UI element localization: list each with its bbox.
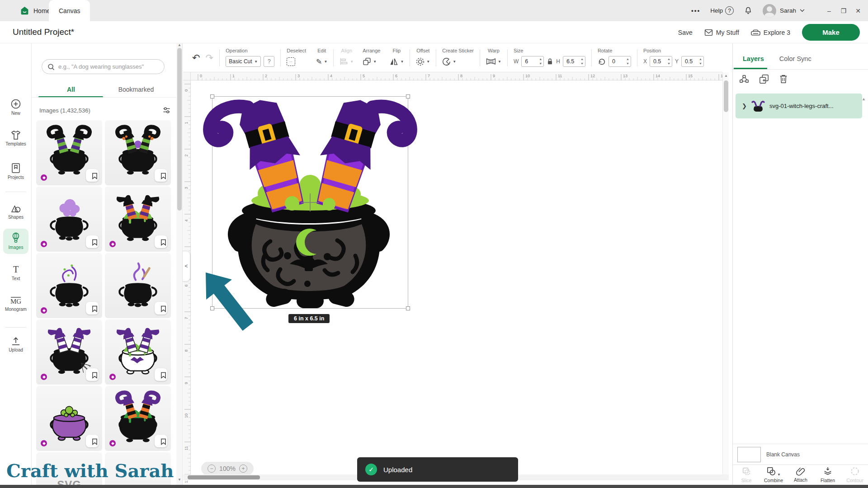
image-tile-steam-spoon-cauldron[interactable]: [105, 253, 171, 318]
make-button[interactable]: Make: [802, 24, 860, 41]
sidebar-item-text[interactable]: T Text: [0, 265, 32, 281]
width-input[interactable]: 6▲▼: [521, 56, 544, 67]
rotate-value: 0: [612, 58, 615, 65]
notifications-bell-icon[interactable]: [744, 6, 753, 15]
image-tile-witch-legs-green-slime-cauldron[interactable]: [105, 386, 171, 451]
sidebar-item-projects[interactable]: Projects: [0, 163, 32, 180]
canvas-color-swatch[interactable]: [737, 447, 761, 462]
image-tile-partial-svg-tile[interactable]: SVG: [36, 452, 102, 488]
image-tile-witch-legs-web-cauldron[interactable]: [36, 319, 102, 385]
search-input[interactable]: [58, 63, 158, 70]
bookmark-icon[interactable]: [86, 302, 99, 314]
zoom-out-button[interactable]: −: [208, 465, 216, 473]
more-menu-icon[interactable]: •••: [691, 7, 700, 14]
warp-label: Warp: [488, 48, 500, 53]
save-button[interactable]: Save: [678, 29, 693, 36]
align-label: Align: [341, 48, 352, 53]
slice-button[interactable]: Slice: [733, 465, 760, 485]
bookmark-icon[interactable]: [86, 368, 99, 381]
attach-button[interactable]: Attach: [787, 465, 814, 485]
offset-button[interactable]: ▼: [416, 56, 430, 67]
close-button[interactable]: ✕: [852, 7, 864, 14]
scroll-up-icon[interactable]: ▲: [177, 43, 182, 47]
canvas-vertical-scrollbar[interactable]: ▲: [722, 72, 729, 474]
images-panel-scrollbar[interactable]: ▲ ▼: [176, 43, 183, 488]
combine-button[interactable]: ▼ Combine: [760, 465, 787, 485]
image-tile-purple-potion-cauldron[interactable]: [36, 187, 102, 252]
size-group: Size W 6▲▼ H 6.5▲▼: [514, 48, 585, 67]
rotate-icon[interactable]: [598, 57, 606, 66]
blank-canvas-row[interactable]: Blank Canvas: [733, 444, 868, 465]
witch-legs-cauldron-artwork[interactable]: [212, 97, 408, 308]
flip-button[interactable]: ▼: [389, 56, 404, 67]
expand-layer-chevron-icon[interactable]: ❯: [742, 103, 747, 109]
help-menu[interactable]: Help?: [710, 6, 734, 15]
image-search[interactable]: [42, 59, 165, 74]
duplicate-icon[interactable]: [759, 74, 769, 84]
explore-machine-button[interactable]: Explore 3: [751, 29, 790, 36]
rotate-group: Rotate 0▲▼: [598, 48, 631, 67]
image-tile-witch-legs-bat-cauldron[interactable]: [105, 319, 171, 385]
sidebar-item-upload[interactable]: Upload: [0, 336, 32, 352]
operation-help-button[interactable]: ?: [264, 56, 274, 67]
x-position-input[interactable]: 0.5▲▼: [650, 56, 672, 67]
tab-layers[interactable]: Layers: [743, 52, 764, 66]
contour-button[interactable]: Contour: [841, 465, 868, 485]
scroll-up-icon[interactable]: ▲: [862, 97, 866, 101]
undo-button[interactable]: ↶: [192, 52, 200, 63]
bookmark-icon[interactable]: [86, 235, 99, 248]
layer-name: svg-01-witch-legs-craft...: [769, 103, 834, 109]
y-position-input[interactable]: 0.5▲▼: [681, 56, 704, 67]
rotate-label: Rotate: [598, 48, 612, 53]
delete-trash-icon[interactable]: [779, 74, 788, 84]
bookmark-icon[interactable]: [86, 435, 99, 447]
bookmark-icon[interactable]: [155, 235, 167, 248]
height-input[interactable]: 6.5▲▼: [563, 56, 585, 67]
sidebar-item-new[interactable]: New: [0, 99, 32, 116]
bookmark-icon[interactable]: [155, 435, 167, 447]
tab-all-images[interactable]: All: [38, 83, 104, 96]
zoom-in-button[interactable]: +: [239, 465, 247, 473]
sidebar-item-templates[interactable]: Templates: [0, 130, 32, 146]
image-tile-partial-tile[interactable]: [105, 452, 171, 488]
image-tile-purple-cauldron-green-bubbles[interactable]: [36, 386, 102, 451]
bookmark-icon[interactable]: [155, 169, 167, 182]
image-tile-witch-legs-bubbles-cauldron[interactable]: [105, 120, 171, 185]
sidebar-item-images[interactable]: Images: [0, 232, 32, 250]
bookmark-icon[interactable]: [155, 368, 167, 381]
create-sticker-button[interactable]: ▼: [442, 56, 456, 67]
svg-text:11: 11: [184, 446, 189, 450]
scroll-down-icon[interactable]: ▼: [177, 478, 182, 482]
lock-icon[interactable]: [547, 58, 553, 65]
warp-button[interactable]: ▼: [486, 56, 501, 67]
sidebar-item-shapes[interactable]: Shapes: [0, 203, 32, 220]
redo-button[interactable]: ↷: [206, 52, 214, 63]
image-tile-witch-legs-slime-cauldron[interactable]: [105, 187, 171, 252]
flatten-button[interactable]: Flatten: [814, 465, 841, 485]
align-button[interactable]: ▼: [340, 56, 354, 67]
maximize-button[interactable]: ❐: [837, 7, 850, 14]
edit-button[interactable]: ✎▼: [316, 56, 327, 67]
rotate-input[interactable]: 0▲▼: [609, 56, 631, 67]
sidebar-item-monogram[interactable]: MG Monogram: [0, 296, 32, 312]
layer-row-witch-legs[interactable]: ❯ svg-01-witch-legs-craft...: [736, 94, 862, 118]
deselect-icon[interactable]: ∙∙: [287, 57, 295, 66]
tab-canvas[interactable]: Canvas: [49, 0, 90, 21]
tab-bookmarked-images[interactable]: Bookmarked: [104, 83, 169, 96]
filter-icon[interactable]: [163, 107, 170, 114]
image-tile-witch-legs-striped-cauldron[interactable]: [36, 120, 102, 185]
collapse-panel-button[interactable]: <: [183, 251, 190, 282]
svg-text:0: 0: [200, 74, 202, 78]
bookmark-icon[interactable]: [86, 169, 99, 182]
arrange-button[interactable]: ▼: [363, 56, 377, 67]
minimize-button[interactable]: –: [823, 7, 835, 14]
my-stuff-button[interactable]: My Stuff: [704, 29, 739, 36]
operation-select[interactable]: Basic Cut▼: [226, 56, 261, 67]
group-layers-icon[interactable]: [739, 74, 749, 84]
user-name: Sarah: [780, 7, 796, 14]
tab-color-sync[interactable]: Color Sync: [779, 52, 811, 66]
image-tile-swirl-steam-cauldron[interactable]: [36, 253, 102, 318]
scroll-up-icon[interactable]: ▲: [724, 74, 728, 78]
user-menu[interactable]: Sarah: [763, 4, 805, 18]
bookmark-icon[interactable]: [155, 302, 167, 314]
